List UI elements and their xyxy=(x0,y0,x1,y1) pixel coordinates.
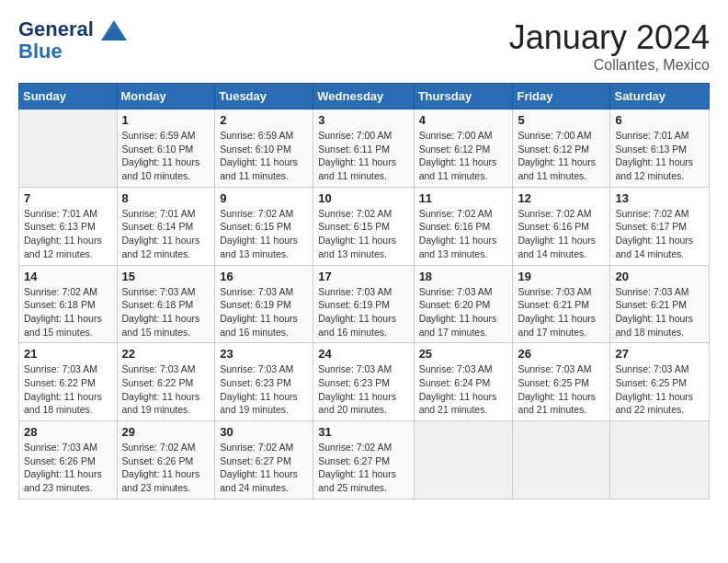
location: Collantes, Mexico xyxy=(509,57,710,74)
week-row-1: 7Sunrise: 7:01 AMSunset: 6:13 PMDaylight… xyxy=(19,187,710,265)
calendar-cell: 15Sunrise: 7:03 AMSunset: 6:18 PMDayligh… xyxy=(117,265,215,343)
calendar-cell: 5Sunrise: 7:00 AMSunset: 6:12 PMDaylight… xyxy=(513,109,610,188)
calendar-cell xyxy=(610,421,710,500)
calendar-cell: 6Sunrise: 7:01 AMSunset: 6:13 PMDaylight… xyxy=(610,109,710,188)
calendar-cell: 22Sunrise: 7:03 AMSunset: 6:22 PMDayligh… xyxy=(117,343,215,421)
calendar-cell: 3Sunrise: 7:00 AMSunset: 6:11 PMDaylight… xyxy=(313,109,414,188)
calendar-cell: 8Sunrise: 7:01 AMSunset: 6:14 PMDaylight… xyxy=(117,187,215,265)
cell-info: Sunrise: 7:01 AMSunset: 6:13 PMDaylight:… xyxy=(24,207,112,261)
cell-info: Sunrise: 7:03 AMSunset: 6:26 PMDaylight:… xyxy=(24,441,112,495)
col-header-tuesday: Tuesday xyxy=(215,84,313,109)
day-number: 8 xyxy=(122,191,210,205)
day-number: 28 xyxy=(24,425,112,439)
cell-info: Sunrise: 7:03 AMSunset: 6:25 PMDaylight:… xyxy=(615,362,704,417)
cell-info: Sunrise: 7:02 AMSunset: 6:15 PMDaylight:… xyxy=(318,207,408,261)
cell-info: Sunrise: 7:02 AMSunset: 6:16 PMDaylight:… xyxy=(518,207,605,261)
calendar-cell: 26Sunrise: 7:03 AMSunset: 6:25 PMDayligh… xyxy=(513,343,610,421)
calendar-cell: 2Sunrise: 6:59 AMSunset: 6:10 PMDaylight… xyxy=(215,109,313,188)
cell-info: Sunrise: 7:00 AMSunset: 6:11 PMDaylight:… xyxy=(318,129,408,183)
day-number: 30 xyxy=(220,425,308,439)
cell-info: Sunrise: 7:02 AMSunset: 6:26 PMDaylight:… xyxy=(122,441,210,495)
col-header-wednesday: Wednesday xyxy=(313,84,414,109)
day-number: 17 xyxy=(318,270,408,283)
cell-info: Sunrise: 7:03 AMSunset: 6:22 PMDaylight:… xyxy=(122,362,210,417)
logo-icon xyxy=(101,20,127,40)
col-header-sunday: Sunday xyxy=(19,84,118,109)
cell-info: Sunrise: 7:03 AMSunset: 6:23 PMDaylight:… xyxy=(220,362,308,417)
cell-info: Sunrise: 7:03 AMSunset: 6:20 PMDaylight:… xyxy=(419,285,508,339)
day-number: 25 xyxy=(419,347,508,361)
day-number: 29 xyxy=(122,425,210,439)
calendar-cell: 28Sunrise: 7:03 AMSunset: 6:26 PMDayligh… xyxy=(19,421,118,500)
week-row-4: 28Sunrise: 7:03 AMSunset: 6:26 PMDayligh… xyxy=(19,421,710,500)
cell-info: Sunrise: 6:59 AMSunset: 6:10 PMDaylight:… xyxy=(122,129,210,183)
cell-info: Sunrise: 7:03 AMSunset: 6:18 PMDaylight:… xyxy=(122,285,210,339)
calendar-cell: 14Sunrise: 7:02 AMSunset: 6:18 PMDayligh… xyxy=(19,265,118,343)
calendar-cell: 29Sunrise: 7:02 AMSunset: 6:26 PMDayligh… xyxy=(117,421,215,500)
cell-info: Sunrise: 7:03 AMSunset: 6:19 PMDaylight:… xyxy=(318,285,408,339)
calendar-cell xyxy=(414,421,513,500)
day-number: 9 xyxy=(220,191,308,205)
cell-info: Sunrise: 7:03 AMSunset: 6:19 PMDaylight:… xyxy=(220,285,308,339)
logo-blue: Blue xyxy=(18,40,127,63)
day-number: 13 xyxy=(615,191,704,205)
day-number: 2 xyxy=(220,113,308,127)
calendar-cell: 30Sunrise: 7:02 AMSunset: 6:27 PMDayligh… xyxy=(215,421,313,500)
cell-info: Sunrise: 7:02 AMSunset: 6:27 PMDaylight:… xyxy=(220,441,308,495)
day-number: 27 xyxy=(615,347,704,361)
calendar-cell: 25Sunrise: 7:03 AMSunset: 6:24 PMDayligh… xyxy=(414,343,513,421)
col-header-thursday: Thursday xyxy=(414,84,513,109)
day-number: 19 xyxy=(518,270,605,283)
day-number: 7 xyxy=(24,191,112,205)
cell-info: Sunrise: 7:02 AMSunset: 6:18 PMDaylight:… xyxy=(24,285,112,339)
cell-info: Sunrise: 7:03 AMSunset: 6:24 PMDaylight:… xyxy=(419,362,508,417)
week-row-2: 14Sunrise: 7:02 AMSunset: 6:18 PMDayligh… xyxy=(19,265,710,343)
calendar-cell: 27Sunrise: 7:03 AMSunset: 6:25 PMDayligh… xyxy=(610,343,710,421)
day-number: 1 xyxy=(122,113,210,127)
cell-info: Sunrise: 7:02 AMSunset: 6:27 PMDaylight:… xyxy=(318,441,408,495)
calendar-cell: 11Sunrise: 7:02 AMSunset: 6:16 PMDayligh… xyxy=(414,187,513,265)
col-header-friday: Friday xyxy=(513,84,610,109)
day-number: 11 xyxy=(419,191,508,205)
calendar-cell: 18Sunrise: 7:03 AMSunset: 6:20 PMDayligh… xyxy=(414,265,513,343)
calendar-cell: 16Sunrise: 7:03 AMSunset: 6:19 PMDayligh… xyxy=(215,265,313,343)
day-number: 16 xyxy=(220,270,308,283)
col-header-saturday: Saturday xyxy=(610,84,710,109)
calendar-cell: 10Sunrise: 7:02 AMSunset: 6:15 PMDayligh… xyxy=(313,187,414,265)
cell-info: Sunrise: 7:03 AMSunset: 6:21 PMDaylight:… xyxy=(615,285,704,339)
day-number: 6 xyxy=(615,113,704,127)
day-number: 24 xyxy=(318,347,408,361)
calendar-cell: 13Sunrise: 7:02 AMSunset: 6:17 PMDayligh… xyxy=(610,187,710,265)
title-block: January 2024 Collantes, Mexico xyxy=(509,18,710,74)
day-number: 22 xyxy=(122,347,210,361)
calendar-cell: 1Sunrise: 6:59 AMSunset: 6:10 PMDaylight… xyxy=(117,109,215,188)
day-number: 5 xyxy=(518,113,605,127)
day-number: 4 xyxy=(419,113,508,127)
svg-marker-1 xyxy=(101,28,127,40)
day-number: 18 xyxy=(419,270,508,283)
calendar-cell: 9Sunrise: 7:02 AMSunset: 6:15 PMDaylight… xyxy=(215,187,313,265)
page-header: General Blue January 2024 Collantes, Mex… xyxy=(18,18,710,74)
calendar-cell: 7Sunrise: 7:01 AMSunset: 6:13 PMDaylight… xyxy=(19,187,118,265)
cell-info: Sunrise: 7:00 AMSunset: 6:12 PMDaylight:… xyxy=(419,129,508,183)
day-number: 10 xyxy=(318,191,408,205)
day-number: 15 xyxy=(122,270,210,283)
calendar-cell xyxy=(19,109,118,188)
day-number: 23 xyxy=(220,347,308,361)
calendar-cell: 31Sunrise: 7:02 AMSunset: 6:27 PMDayligh… xyxy=(313,421,414,500)
calendar-cell: 20Sunrise: 7:03 AMSunset: 6:21 PMDayligh… xyxy=(610,265,710,343)
day-number: 21 xyxy=(24,347,112,361)
logo: General Blue xyxy=(18,18,127,63)
week-row-0: 1Sunrise: 6:59 AMSunset: 6:10 PMDaylight… xyxy=(19,109,710,188)
day-number: 12 xyxy=(518,191,605,205)
calendar-cell: 24Sunrise: 7:03 AMSunset: 6:23 PMDayligh… xyxy=(313,343,414,421)
logo-general: General xyxy=(18,17,94,40)
column-headers: SundayMondayTuesdayWednesdayThursdayFrid… xyxy=(19,84,710,109)
calendar-cell: 23Sunrise: 7:03 AMSunset: 6:23 PMDayligh… xyxy=(215,343,313,421)
calendar-table: SundayMondayTuesdayWednesdayThursdayFrid… xyxy=(18,83,710,500)
cell-info: Sunrise: 7:03 AMSunset: 6:23 PMDaylight:… xyxy=(318,362,408,417)
day-number: 26 xyxy=(518,347,605,361)
calendar-body: 1Sunrise: 6:59 AMSunset: 6:10 PMDaylight… xyxy=(19,109,710,500)
cell-info: Sunrise: 7:00 AMSunset: 6:12 PMDaylight:… xyxy=(518,129,605,183)
calendar-cell: 21Sunrise: 7:03 AMSunset: 6:22 PMDayligh… xyxy=(19,343,118,421)
